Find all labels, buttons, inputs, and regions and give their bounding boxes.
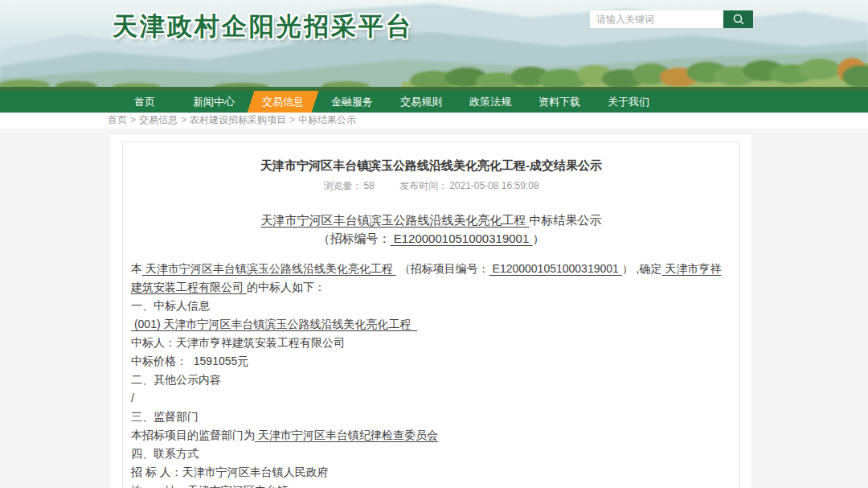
nav-item-label: 政策法规 — [469, 96, 511, 108]
text: 的中标人如下： — [247, 281, 326, 293]
nav-item-financial-services[interactable]: 金融服务 — [317, 91, 387, 113]
nav-item-downloads[interactable]: 资料下载 — [525, 91, 594, 113]
body-line: 一、中标人信息 — [131, 297, 731, 315]
breadcrumb-separator: > — [289, 114, 295, 125]
body-line: 招 标 人：天津市宁河区丰台镇人民政府 — [131, 463, 731, 482]
text: 本 — [131, 262, 142, 275]
page-body: 天津市宁河区丰台镇滨玉公路线沿线美化亮化工程-成交结果公示 浏览量：58 发布时… — [0, 135, 868, 488]
underlined-text: E1200001051000319001 — [391, 232, 533, 245]
article-body: 本 天津市宁河区丰台镇滨玉公路线沿线美化亮化工程 （招标项目编号： E12000… — [131, 260, 731, 488]
text: 四、联系方式 — [131, 447, 199, 460]
underlined-text: E1200001051000319001 — [489, 262, 622, 275]
body-line: 三、监督部门 — [131, 408, 731, 426]
search-button[interactable] — [723, 10, 753, 28]
views-label: 浏览量： — [323, 180, 362, 191]
text: 一、中标人信息 — [131, 299, 210, 312]
nav-item-label: 金融服务 — [331, 96, 373, 108]
nav-item-about-us[interactable]: 关于我们 — [594, 91, 663, 113]
nav-item-trade-info[interactable]: 交易信息 — [248, 91, 317, 113]
subtitle-line: 天津市宁河区丰台镇滨玉公路线沿线美化亮化工程 中标结果公示 — [131, 211, 731, 229]
article-meta: 浏览量：58 发布时间：2021-05-08 16:59:08 — [131, 179, 731, 193]
body-line: 中标人：天津市亨祥建筑安装工程有限公司 — [131, 334, 731, 352]
breadcrumb: 首页>交易信息>农村建设招标采购项目>中标结果公示 — [0, 113, 868, 129]
text: 中标人：天津市亨祥建筑安装工程有限公司 — [131, 336, 345, 349]
text: ） ,确定 — [622, 262, 662, 275]
nav-item-news-center[interactable]: 新闻中心 — [179, 91, 248, 113]
header-banner: 天津政村企阳光招采平台 — [0, 0, 868, 91]
search-box — [590, 10, 753, 28]
breadcrumb-separator: > — [181, 114, 186, 125]
breadcrumb-link[interactable]: 农村建设招标采购项目 — [190, 114, 286, 125]
nav-item-policies[interactable]: 政策法规 — [456, 91, 525, 113]
article-subtitle-block: 天津市宁河区丰台镇滨玉公路线沿线美化亮化工程 中标结果公示（招标编号： E120… — [131, 211, 731, 248]
text: 本招标项目的监督部门为 — [131, 429, 255, 441]
publish-time: 2021-05-08 16:59:08 — [449, 180, 538, 191]
body-line: (001) 天津市宁河区丰台镇滨玉公路线沿线美化亮化工程 — [131, 315, 731, 334]
main-nav: 首页新闻中心交易信息金融服务交易规则政策法规资料下载关于我们 — [0, 91, 868, 113]
publish-meta: 发布时间：2021-05-08 16:59:08 — [399, 180, 538, 191]
text: 三、监督部门 — [131, 410, 199, 423]
nav-item-label: 交易信息 — [262, 96, 304, 108]
underlined-text: (001) 天津市宁河区丰台镇滨玉公路线沿线美化亮化工程 — [131, 318, 417, 330]
search-icon — [732, 13, 745, 26]
underlined-text: 天津市宁河区丰台镇滨玉公路线沿线美化亮化工程 — [142, 262, 396, 275]
nav-item-label: 资料下载 — [538, 96, 580, 108]
body-line: 地 址：天津市宁河区丰台镇 — [131, 482, 731, 488]
breadcrumb-link[interactable]: 首页 — [108, 114, 127, 125]
underlined-text: 天津市宁河区丰台镇滨玉公路线沿线美化亮化工程 — [260, 213, 529, 227]
breadcrumb-current: 中标结果公示 — [298, 114, 356, 125]
search-input[interactable] — [590, 10, 723, 28]
publish-label: 发布时间： — [399, 180, 448, 191]
text: （招标编号： — [318, 232, 391, 245]
body-line: 本招标项目的监督部门为 天津市宁河区丰台镇纪律检查委员会 — [131, 426, 731, 445]
nav-item-label: 新闻中心 — [193, 96, 235, 108]
text: 招 标 人：天津市宁河区丰台镇人民政府 — [131, 465, 329, 478]
body-line: 二、其他公示内容 — [131, 371, 731, 389]
text: （招标项目编号： — [396, 262, 489, 275]
body-line: 四、联系方式 — [131, 445, 731, 463]
nav-item-home[interactable]: 首页 — [110, 91, 179, 113]
text: 二、其他公示内容 — [131, 373, 221, 386]
content-panel: 天津市宁河区丰台镇滨玉公路线沿线美化亮化工程-成交结果公示 浏览量：58 发布时… — [110, 135, 751, 488]
site-title: 天津政村企阳光招采平台 — [113, 10, 413, 43]
nav-item-label: 首页 — [134, 96, 155, 108]
nav-item-label: 交易规则 — [400, 96, 442, 108]
breadcrumb-separator: > — [130, 114, 136, 125]
views-meta: 浏览量：58 — [323, 180, 374, 191]
nav-item-trade-rules[interactable]: 交易规则 — [387, 91, 456, 113]
nav-item-label: 关于我们 — [608, 96, 649, 108]
article-title: 天津市宁河区丰台镇滨玉公路线沿线美化亮化工程-成交结果公示 — [131, 158, 731, 174]
body-line: / — [131, 389, 731, 408]
body-line: 中标价格： 1591055元 — [131, 352, 731, 371]
subtitle-line: （招标编号： E1200001051000319001 ） — [131, 229, 731, 248]
text: 中标结果公示 — [530, 213, 602, 227]
page: 天津政村企阳光招采平台 首页新闻中心交易信息金融服务交易规则政策法规资料下载关于… — [0, 0, 868, 488]
views-count: 58 — [363, 180, 374, 191]
body-line: 本 天津市宁河区丰台镇滨玉公路线沿线美化亮化工程 （招标项目编号： E12000… — [131, 260, 731, 297]
breadcrumb-link[interactable]: 交易信息 — [139, 114, 178, 125]
text: ） — [532, 232, 544, 245]
text: 中标价格： 1591055元 — [131, 355, 248, 367]
underlined-text: 天津市宁河区丰台镇纪律检查委员会 — [255, 429, 438, 441]
article-box: 天津市宁河区丰台镇滨玉公路线沿线美化亮化工程-成交结果公示 浏览量：58 发布时… — [122, 141, 740, 488]
text: / — [131, 392, 134, 404]
text: 地 址：天津市宁河区丰台镇 — [131, 484, 289, 488]
